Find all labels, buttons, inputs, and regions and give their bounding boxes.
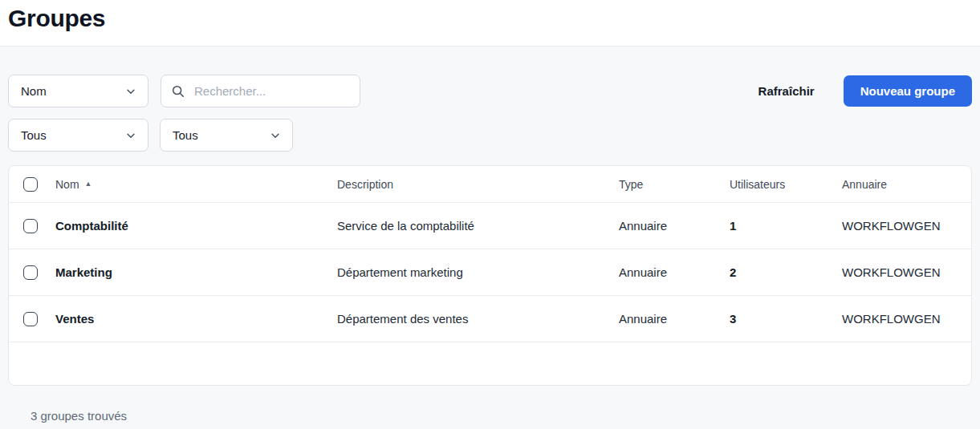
row-checkbox[interactable] bbox=[23, 219, 38, 233]
column-header-name[interactable]: Nom ▲ bbox=[55, 178, 337, 191]
table-row[interactable]: Marketing Département marketing Annuaire… bbox=[9, 249, 971, 296]
filter-select-2[interactable]: Tous bbox=[160, 119, 293, 152]
group-users-count: 2 bbox=[730, 265, 842, 279]
filter-select-1-value: Tous bbox=[21, 128, 47, 142]
group-users-count: 1 bbox=[730, 219, 842, 233]
chevron-down-icon bbox=[125, 130, 136, 141]
row-checkbox[interactable] bbox=[23, 312, 38, 326]
row-checkbox[interactable] bbox=[23, 265, 38, 280]
new-group-button[interactable]: Nouveau groupe bbox=[844, 75, 972, 107]
group-name[interactable]: Ventes bbox=[55, 312, 337, 326]
sort-field-select[interactable]: Nom bbox=[8, 75, 148, 107]
sort-ascending-icon: ▲ bbox=[85, 180, 92, 188]
groups-table: Nom ▲ Description Type Utilisateurs Annu… bbox=[8, 165, 972, 386]
group-description: Département marketing bbox=[337, 265, 619, 279]
column-header-users[interactable]: Utilisateurs bbox=[730, 178, 842, 191]
column-header-description[interactable]: Description bbox=[337, 178, 619, 191]
column-header-name-label: Nom bbox=[55, 178, 79, 191]
column-header-type[interactable]: Type bbox=[619, 178, 730, 191]
group-type: Annuaire bbox=[619, 219, 730, 233]
filter-select-1[interactable]: Tous bbox=[8, 119, 148, 152]
row-checkbox-cell bbox=[9, 312, 55, 326]
results-count: 3 groupes trouvés bbox=[30, 409, 964, 423]
header-checkbox-cell bbox=[9, 177, 55, 192]
refresh-button[interactable]: Rafraîchir bbox=[747, 78, 826, 104]
group-name[interactable]: Comptabilité bbox=[55, 219, 337, 233]
group-description: Service de la comptabilité bbox=[337, 219, 619, 233]
group-directory: WORKFLOWGEN bbox=[842, 265, 971, 279]
select-all-checkbox[interactable] bbox=[23, 177, 38, 192]
chevron-down-icon bbox=[125, 86, 136, 97]
group-description: Département des ventes bbox=[337, 312, 619, 326]
search-field-wrap bbox=[161, 75, 360, 107]
table-empty-space bbox=[9, 342, 971, 385]
group-type: Annuaire bbox=[619, 312, 730, 326]
table-header-row: Nom ▲ Description Type Utilisateurs Annu… bbox=[9, 166, 971, 203]
table-row[interactable]: Comptabilité Service de la comptabilité … bbox=[9, 203, 971, 249]
group-type: Annuaire bbox=[619, 265, 730, 279]
column-header-directory[interactable]: Annuaire bbox=[842, 178, 971, 191]
sort-field-select-value: Nom bbox=[21, 84, 47, 98]
row-checkbox-cell bbox=[9, 219, 55, 233]
chevron-down-icon bbox=[270, 130, 281, 141]
toolbar-row-1: Nom Rafraîchir Nouveau groupe bbox=[8, 75, 972, 107]
group-directory: WORKFLOWGEN bbox=[842, 219, 971, 233]
main-content: Nom Rafraîchir Nouveau groupe Tous Tous bbox=[0, 75, 980, 423]
row-checkbox-cell bbox=[9, 265, 55, 280]
group-name[interactable]: Marketing bbox=[55, 265, 337, 279]
page-header: Groupes bbox=[0, 0, 980, 47]
page-title: Groupes bbox=[8, 2, 105, 34]
search-icon bbox=[171, 84, 185, 99]
table-row[interactable]: Ventes Département des ventes Annuaire 3… bbox=[9, 296, 971, 342]
group-directory: WORKFLOWGEN bbox=[842, 312, 971, 326]
search-input[interactable] bbox=[161, 75, 360, 107]
filter-select-2-value: Tous bbox=[173, 128, 198, 142]
group-users-count: 3 bbox=[730, 312, 842, 326]
toolbar-row-2: Tous Tous bbox=[8, 119, 972, 152]
